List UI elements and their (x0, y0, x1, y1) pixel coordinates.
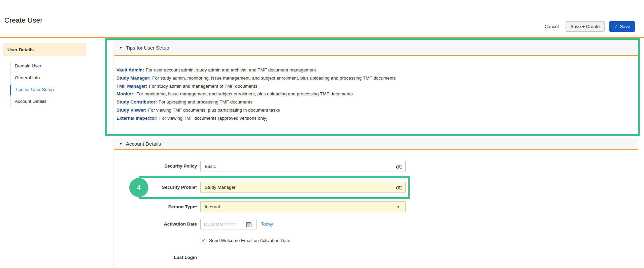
binoculars-lookup-icon[interactable] (396, 164, 403, 169)
send-welcome-email-checkbox[interactable]: ✓ (201, 238, 206, 243)
tips-section-header[interactable]: ▼ Tips for User Setup (114, 40, 638, 56)
sidebar-section-user-details[interactable]: User Details (3, 43, 86, 56)
tip-description: For uploading and processing TMF documen… (159, 99, 252, 105)
tip-role-label: Study Manager: (116, 76, 150, 81)
chevron-down-icon: ▼ (397, 205, 400, 209)
account-details-section-header[interactable]: ▼ Account Details (114, 138, 638, 150)
tip-role-label: Study Contributor: (116, 99, 157, 105)
calendar-icon[interactable] (246, 221, 252, 228)
save-check-icon: ✓ (614, 24, 618, 29)
tip-line: Monitor:For monitoring, issue management… (116, 90, 396, 98)
collapse-triangle-icon: ▼ (119, 46, 123, 50)
tip-line: Vault Admin:For user account admin, stud… (116, 66, 396, 74)
person-type-select[interactable]: Internal (200, 201, 406, 212)
tip-role-label: TMF Manager: (116, 84, 147, 89)
tip-line: Study Viewer:For viewing TMF documents, … (116, 106, 396, 114)
tip-description: For viewing TMF documents (approved vers… (159, 116, 268, 121)
today-link[interactable]: Today (261, 221, 273, 227)
tips-list: Vault Admin:For user account admin, stud… (116, 66, 396, 122)
sidebar-item-tips-for-user-setup[interactable]: Tips for User Setup (15, 86, 54, 93)
tip-role-label: External Inspector: (116, 116, 158, 121)
last-login-label: Last Login (114, 255, 197, 260)
tips-section-title: Tips for User Setup (126, 45, 169, 51)
security-policy-label: Security Policy (114, 163, 197, 169)
activation-date-label: Activation Date (114, 221, 197, 227)
tip-line: External Inspector:For viewing TMF docum… (116, 114, 396, 122)
account-details-section-title: Account Details (126, 141, 161, 147)
sidebar-active-indicator (10, 85, 11, 95)
header-actions: Cancel Save + Create ✓ Save (543, 21, 635, 32)
required-marker: * (195, 204, 197, 209)
security-policy-input[interactable] (200, 161, 406, 172)
sidebar-item-general-info[interactable]: General Info (15, 75, 54, 81)
binoculars-lookup-icon[interactable] (396, 185, 403, 190)
page-title: Create User (4, 16, 42, 24)
security-profile-label: Security Profile* (114, 185, 197, 190)
tip-line: Study Manager:For study admin, monitorin… (116, 74, 396, 82)
checkbox-check-icon: ✓ (202, 238, 205, 243)
tip-role-label: Monitor: (116, 91, 135, 96)
sidebar-item-domain-user[interactable]: Domain User (15, 63, 54, 69)
security-profile-input[interactable] (200, 182, 406, 193)
tip-role-label: Vault Admin: (116, 67, 144, 72)
header-divider (0, 37, 644, 38)
tip-line: TMF Manager:For study admin and manageme… (116, 82, 396, 90)
save-create-button[interactable]: Save + Create (566, 21, 605, 32)
save-button[interactable]: ✓ Save (609, 21, 635, 32)
tip-description: For user account admin, study admin and … (146, 67, 316, 72)
cancel-button[interactable]: Cancel (543, 24, 561, 29)
sidebar-item-account-details[interactable]: Account Details (15, 98, 54, 105)
sidebar-rail (10, 61, 11, 107)
tip-line: Study Contributor:For uploading and proc… (116, 98, 396, 106)
tip-description: For study admin and management of TMF do… (149, 84, 258, 89)
create-user-page: { "header": { "title": "Create User", "c… (0, 0, 644, 268)
tip-description: For monitoring, issue management, and su… (136, 91, 353, 96)
tip-description: For viewing TMF documents, plus particip… (148, 108, 280, 113)
tip-role-label: Study Viewer: (116, 108, 146, 113)
sidebar-nav: Domain UserGeneral InfoTips for User Set… (15, 63, 54, 105)
collapse-triangle-icon: ▼ (119, 142, 123, 146)
annotation-step-badge: 4 (129, 178, 148, 197)
required-marker: * (195, 185, 197, 190)
sidebar-divider (113, 38, 113, 268)
send-welcome-email-label: Send Welcome Email on Activation Date (209, 238, 290, 243)
tip-description: For study admin, monitoring, issue manag… (152, 76, 396, 81)
person-type-label: Person Type* (114, 204, 197, 210)
save-button-label: Save (620, 24, 630, 29)
